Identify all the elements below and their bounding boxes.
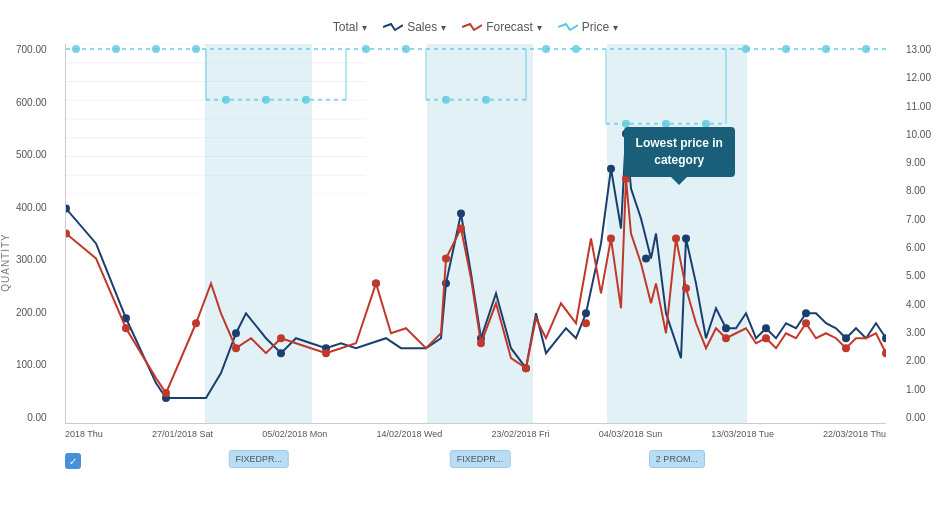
y-tick-right-5: 8.00 (906, 185, 925, 196)
sales-line-icon (383, 22, 403, 32)
svg-point-72 (582, 319, 590, 327)
x-tick-1: 27/01/2018 Sat (152, 429, 213, 439)
y-tick-right-1: 12.00 (906, 72, 931, 83)
svg-point-30 (542, 45, 550, 53)
svg-point-43 (277, 349, 285, 357)
svg-point-64 (232, 344, 240, 352)
y-axis-left: 700.00 600.00 500.00 400.00 300.00 200.0… (16, 44, 47, 423)
chart-area: FIXEDPR... FIXEDPR... 2 PROM... (65, 44, 886, 424)
svg-point-22 (192, 45, 200, 53)
svg-point-35 (742, 45, 750, 53)
svg-point-26 (362, 45, 370, 53)
svg-point-31 (572, 45, 580, 53)
svg-point-19 (72, 45, 80, 53)
legend-sales[interactable]: Sales ▾ (383, 20, 446, 34)
x-tick-5: 04/03/2018 Sun (599, 429, 663, 439)
legend-price-label: Price (582, 20, 609, 34)
svg-point-73 (607, 234, 615, 242)
svg-point-34 (702, 120, 710, 128)
y-tick-right-12: 1.00 (906, 384, 925, 395)
svg-point-33 (662, 120, 670, 128)
svg-point-51 (607, 165, 615, 173)
svg-point-74 (622, 175, 630, 183)
svg-point-21 (152, 45, 160, 53)
svg-point-37 (822, 45, 830, 53)
svg-point-67 (372, 279, 380, 287)
svg-point-62 (162, 389, 170, 397)
sales-line-group (66, 130, 886, 402)
svg-point-59 (882, 334, 886, 342)
y-axis-right: 13.00 12.00 11.00 10.00 9.00 8.00 7.00 6… (906, 44, 931, 423)
y-tick-right-10: 3.00 (906, 327, 925, 338)
svg-point-71 (522, 364, 530, 372)
svg-point-76 (682, 284, 690, 292)
chevron-down-icon: ▾ (613, 22, 618, 33)
y-tick-right-3: 10.00 (906, 129, 931, 140)
svg-point-32 (622, 120, 630, 128)
svg-point-57 (802, 309, 810, 317)
legend-forecast[interactable]: Forecast ▾ (462, 20, 542, 34)
svg-point-78 (762, 334, 770, 342)
svg-point-69 (457, 225, 465, 233)
y-tick-right-7: 6.00 (906, 242, 925, 253)
chevron-down-icon: ▾ (441, 22, 446, 33)
svg-point-50 (582, 309, 590, 317)
legend-sales-label: Sales (407, 20, 437, 34)
chart-legend: Total ▾ Sales ▾ Forecast ▾ Price ▾ (65, 20, 886, 34)
svg-point-77 (722, 334, 730, 342)
svg-point-29 (482, 96, 490, 104)
y-tick-right-8: 5.00 (906, 270, 925, 281)
y-tick-left-3: 400.00 (16, 202, 47, 213)
y-tick-left-1: 600.00 (16, 97, 47, 108)
svg-point-47 (457, 210, 465, 218)
svg-point-25 (302, 96, 310, 104)
forecast-line-group (66, 175, 886, 397)
chevron-down-icon: ▾ (537, 22, 542, 33)
svg-point-68 (442, 254, 450, 262)
checkbox-icon[interactable]: ✓ (65, 453, 81, 469)
y-axis-left-label: QUANTITY (0, 233, 11, 292)
svg-point-55 (722, 324, 730, 332)
legend-forecast-label: Forecast (486, 20, 533, 34)
svg-point-27 (402, 45, 410, 53)
chart-wrapper: QUANTITY VALUE FIXEDPR... (65, 44, 886, 469)
price-line-group (66, 45, 886, 128)
svg-point-28 (442, 96, 450, 104)
x-tick-7: 22/03/2018 Thu (823, 429, 886, 439)
svg-point-53 (642, 254, 650, 262)
y-tick-left-4: 300.00 (16, 254, 47, 265)
svg-point-81 (882, 349, 886, 357)
svg-point-58 (842, 334, 850, 342)
svg-point-80 (842, 344, 850, 352)
main-chart-svg (66, 44, 886, 423)
svg-point-75 (672, 234, 680, 242)
y-tick-right-4: 9.00 (906, 157, 925, 168)
svg-point-38 (862, 45, 870, 53)
svg-point-65 (277, 334, 285, 342)
svg-point-23 (222, 96, 230, 104)
svg-point-42 (232, 329, 240, 337)
x-tick-6: 13/03/2018 Tue (711, 429, 774, 439)
svg-point-54 (682, 234, 690, 242)
x-axis: 2018 Thu 27/01/2018 Sat 05/02/2018 Mon 1… (65, 429, 886, 439)
price-line-icon (558, 22, 578, 32)
legend-total[interactable]: Total ▾ (333, 20, 367, 34)
svg-point-56 (762, 324, 770, 332)
svg-point-61 (122, 324, 130, 332)
y-tick-right-13: 0.00 (906, 412, 925, 423)
chart-container: Total ▾ Sales ▾ Forecast ▾ Price ▾ QUANT… (0, 0, 936, 526)
legend-total-label: Total (333, 20, 358, 34)
forecast-line-icon (462, 22, 482, 32)
x-tick-2: 05/02/2018 Mon (262, 429, 327, 439)
chevron-down-icon: ▾ (362, 22, 367, 33)
svg-point-24 (262, 96, 270, 104)
svg-point-79 (802, 319, 810, 327)
svg-point-52 (622, 130, 630, 138)
y-tick-left-7: 0.00 (27, 412, 46, 423)
svg-point-70 (477, 339, 485, 347)
legend-price[interactable]: Price ▾ (558, 20, 618, 34)
bottom-icons-row: ✓ (65, 453, 886, 469)
svg-point-20 (112, 45, 120, 53)
svg-point-66 (322, 349, 330, 357)
y-tick-left-0: 700.00 (16, 44, 47, 55)
